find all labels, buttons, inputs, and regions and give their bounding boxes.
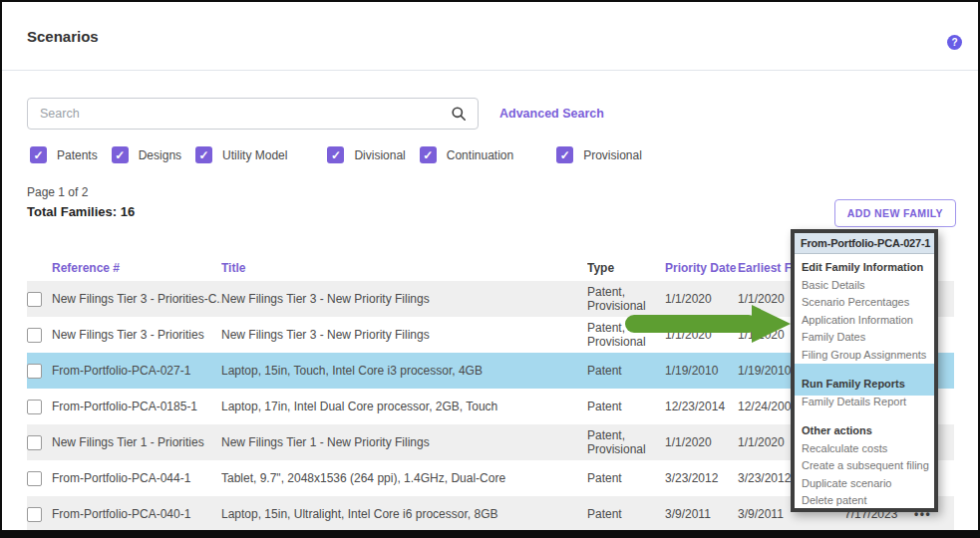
- filter-utility-model[interactable]: ✓Utility Model: [195, 146, 287, 163]
- row-title: Laptop, 15in, Ultralight, Intel Core i6 …: [221, 496, 587, 532]
- row-context-menu: From-Portfolio-PCA-027-1 Edit Family Inf…: [791, 229, 938, 512]
- row-type: Patent, Provisional: [587, 317, 665, 353]
- row-reference: New Filings Tier 3 - Priorities-C...: [52, 281, 221, 317]
- row-checkbox[interactable]: [27, 328, 42, 343]
- filter-provisional[interactable]: ✓Provisional: [556, 146, 642, 163]
- menu-section-edit-family-information: Edit Family InformationBasic DetailsScen…: [802, 259, 927, 364]
- menu-item-basic-details[interactable]: Basic Details: [802, 277, 927, 295]
- add-new-family-button[interactable]: ADD NEW FAMILY: [834, 199, 956, 227]
- check-icon: ✓: [115, 149, 125, 161]
- row-reference: From-Portfolio-PCA-027-1: [52, 353, 221, 389]
- check-icon: ✓: [33, 149, 43, 161]
- row-checkbox[interactable]: [27, 400, 42, 414]
- row-type: Patent: [587, 353, 665, 389]
- menu-item-duplicate-scenario[interactable]: Duplicate scenario: [802, 475, 927, 493]
- filter-label: Patents: [57, 148, 98, 162]
- menu-item-scenario-percentages[interactable]: Scenario Percentages: [802, 294, 927, 312]
- help-icon[interactable]: ?: [947, 35, 962, 50]
- row-type: Patent, Provisional: [587, 424, 665, 460]
- row-checkbox[interactable]: [27, 292, 42, 307]
- row-reference: From-Portfolio-PCA-0185-1: [52, 389, 221, 424]
- filter-label: Provisional: [583, 148, 642, 162]
- row-checkbox-cell: [27, 317, 52, 353]
- row-checkbox-cell: [27, 389, 52, 424]
- check-icon: ✓: [199, 149, 209, 161]
- search-icon[interactable]: [451, 106, 467, 122]
- row-checkbox-cell: [27, 353, 52, 389]
- menu-item-family-details-report[interactable]: Family Details Report: [802, 394, 927, 411]
- filter-continuation[interactable]: ✓Continuation: [420, 146, 513, 163]
- filter-checkbox-group: ✓Patents✓Designs✓Utility Model✓Divisiona…: [30, 146, 978, 163]
- row-reference: New Filings Tier 1 - Priorities: [52, 424, 221, 460]
- row-checkbox-cell: [27, 460, 52, 496]
- search-input[interactable]: [28, 107, 451, 121]
- row-priority-date: 3/9/2011: [665, 496, 738, 532]
- menu-item-filing-group-assignments[interactable]: Filing Group Assignments: [802, 347, 927, 365]
- filter-patents[interactable]: ✓Patents: [30, 146, 98, 163]
- checkbox-checked-icon[interactable]: ✓: [112, 146, 129, 163]
- row-type: Patent: [587, 460, 665, 496]
- menu-section-heading: Other actions: [802, 422, 927, 440]
- row-checkbox-cell: [27, 424, 52, 460]
- row-title: Laptop, 15in, Touch, Intel Core i3 proce…: [221, 353, 587, 389]
- row-checkbox[interactable]: [27, 471, 42, 486]
- menu-item-create-a-subsequent-filing[interactable]: Create a subsequent filing: [802, 457, 927, 475]
- row-title: New Filings Tier 3 - New Priority Filing…: [221, 281, 587, 317]
- row-checkbox[interactable]: [27, 507, 42, 522]
- row-title: Tablet, 9.7", 2048x1536 (264 ppi), 1.4GH…: [221, 460, 587, 496]
- menu-item-delete-patent[interactable]: Delete patent: [802, 492, 927, 510]
- row-priority-date: 3/23/2012: [665, 460, 738, 496]
- row-checkbox[interactable]: [27, 364, 42, 379]
- menu-section-heading: Run Family Reports: [802, 376, 927, 394]
- menu-item-recalculate-costs[interactable]: Recalculate costs: [802, 440, 927, 458]
- check-icon: ✓: [560, 149, 570, 161]
- menu-section-heading: Edit Family Information: [802, 259, 927, 277]
- column-header-priority-date[interactable]: Priority Date: [665, 255, 738, 281]
- row-checkbox[interactable]: [27, 435, 42, 450]
- row-priority-date: 1/1/2020: [665, 281, 738, 317]
- filter-label: Designs: [139, 148, 181, 162]
- header-checkbox-spacer: [27, 255, 52, 281]
- menu-item-family-dates[interactable]: Family Dates: [802, 329, 927, 347]
- column-header-type: Type: [587, 255, 665, 281]
- row-title: New Filings Tier 3 - New Priority Filing…: [221, 317, 587, 353]
- row-type: Patent, Provisional: [587, 281, 665, 317]
- row-priority-date: 1/1/2020: [665, 317, 738, 353]
- row-checkbox-cell: [27, 281, 52, 317]
- header-divider: [2, 70, 978, 71]
- filter-label: Continuation: [447, 148, 513, 162]
- row-priority-date: 1/1/2020: [665, 424, 738, 460]
- row-reference: New Filings Tier 3 - Priorities: [52, 317, 221, 353]
- row-type: Patent: [587, 496, 665, 532]
- filter-divisional[interactable]: ✓Divisional: [327, 146, 405, 163]
- checkbox-checked-icon[interactable]: ✓: [327, 146, 344, 163]
- row-title: New Filings Tier 1 - New Priority Filing…: [221, 424, 587, 460]
- checkbox-checked-icon[interactable]: ✓: [420, 146, 437, 163]
- row-title: Laptop, 17in, Intel Dual Core processor,…: [221, 389, 587, 424]
- check-icon: ✓: [331, 149, 341, 161]
- context-menu-title: From-Portfolio-PCA-027-1: [795, 233, 934, 254]
- search-box: [27, 98, 479, 130]
- menu-section-run-family-reports: Run Family ReportsFamily Details Report: [802, 376, 927, 410]
- scenarios-page: Scenarios ? Advanced Search ✓Patents✓Des…: [0, 0, 980, 538]
- page-title: Scenarios: [2, 2, 978, 46]
- menu-section-other-actions: Other actionsRecalculate costsCreate a s…: [802, 422, 927, 510]
- page-indicator: Page 1 of 2: [27, 184, 978, 200]
- column-header-reference[interactable]: Reference #: [52, 255, 221, 281]
- menu-item-application-information[interactable]: Application Information: [802, 312, 927, 330]
- column-header-title[interactable]: Title: [221, 255, 587, 281]
- filter-designs[interactable]: ✓Designs: [112, 146, 181, 163]
- checkbox-checked-icon[interactable]: ✓: [30, 146, 47, 163]
- checkbox-checked-icon[interactable]: ✓: [556, 146, 573, 163]
- filter-label: Utility Model: [222, 148, 287, 162]
- row-priority-date: 12/23/2014: [665, 389, 738, 424]
- row-reference: From-Portfolio-PCA-044-1: [52, 460, 221, 496]
- check-icon: ✓: [423, 149, 433, 161]
- advanced-search-link[interactable]: Advanced Search: [499, 107, 604, 121]
- checkbox-checked-icon[interactable]: ✓: [195, 146, 212, 163]
- row-checkbox-cell: [27, 496, 52, 532]
- row-priority-date: 1/19/2010: [665, 353, 738, 389]
- row-reference: From-Portfolio-PCA-040-1: [52, 496, 221, 532]
- search-row: Advanced Search: [27, 98, 978, 130]
- filter-label: Divisional: [354, 148, 405, 162]
